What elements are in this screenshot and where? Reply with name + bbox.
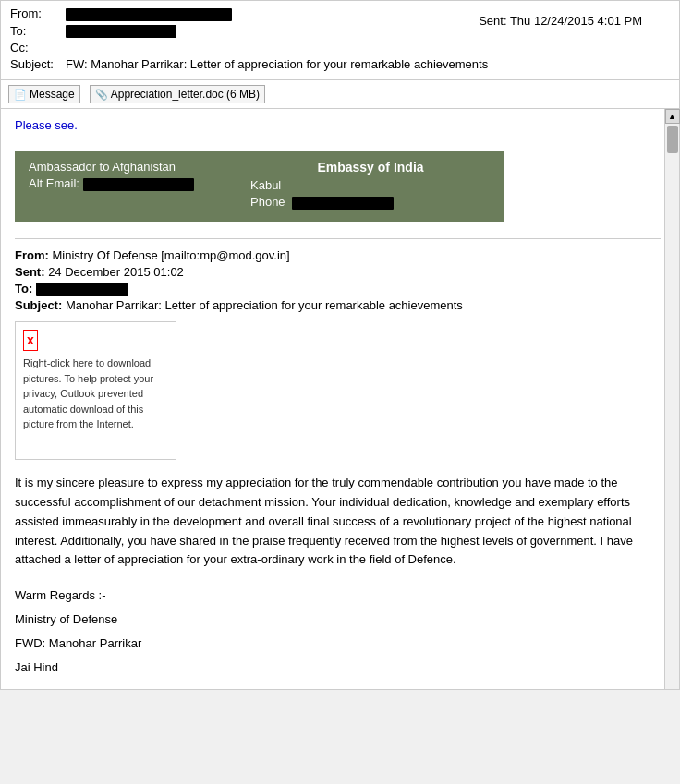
- from-redacted: [66, 8, 232, 21]
- phone-redacted: [292, 197, 394, 210]
- fw-to-label: To:: [15, 282, 32, 296]
- scroll-thumb[interactable]: [667, 126, 678, 153]
- fw-sent-label: Sent:: [15, 265, 45, 279]
- warm-regards: Warm Regards :-: [15, 584, 661, 608]
- fw-subject-row: Subject: Manohar Parrikar: Letter of app…: [15, 298, 661, 312]
- blocked-image-icon: x: [23, 330, 38, 351]
- ambassador-title: Ambassador to Afghanistan: [29, 160, 232, 174]
- forwarded-header: From: Ministry Of Defense [mailto:mp@mod…: [15, 248, 661, 313]
- cc-row: Cc:: [10, 41, 670, 54]
- attachment-bar: 📄 Message 📎 Appreciation_letter.doc (6 M…: [1, 80, 679, 109]
- fw-subject-value: Manohar Parrikar: Letter of appreciation…: [66, 298, 463, 312]
- cc-label: Cc:: [10, 41, 66, 54]
- from-row: From: Sent: Thu 12/24/2015 4:01 PM: [10, 6, 670, 21]
- phone-label: Phone: [250, 195, 285, 209]
- to-label: To:: [10, 24, 66, 38]
- sent-value: Sent: Thu 12/24/2015 4:01 PM: [479, 14, 642, 28]
- ministry-name: Ministry of Defense: [15, 608, 661, 632]
- scrollbar[interactable]: ▲: [664, 109, 679, 689]
- picture-notice-text: Right-click here to download pictures. T…: [23, 356, 168, 432]
- attachment-icon: 📎: [95, 89, 108, 101]
- scroll-up-button[interactable]: ▲: [665, 109, 680, 124]
- main-body-text: It is my sincere pleasure to express my …: [15, 474, 661, 570]
- fw-from-label: From:: [15, 248, 49, 262]
- from-label: From:: [10, 6, 66, 20]
- message-tab-label: Message: [30, 88, 75, 101]
- sent-label: Sent:: [479, 14, 506, 28]
- embassy-right: Embassy of India Kabul Phone: [250, 160, 491, 212]
- alt-email-row: Alt Email:: [29, 176, 232, 191]
- fw-from-value: Ministry Of Defense [mailto:mp@mod.gov.i…: [52, 248, 289, 262]
- divider-1: [15, 238, 661, 239]
- sent-time: Thu 12/24/2015 4:01 PM: [510, 14, 642, 28]
- fwd-name: FWD: Manohar Parrikar: [15, 632, 661, 656]
- embassy-title: Embassy of India: [250, 160, 491, 175]
- to-redacted: [66, 25, 176, 38]
- embassy-left: Ambassador to Afghanistan Alt Email:: [29, 160, 232, 212]
- fw-sent-row: Sent: 24 December 2015 01:02: [15, 265, 661, 279]
- attachment-filename: Appreciation_letter.doc (6 MB): [111, 88, 260, 101]
- subject-label: Subject:: [10, 57, 66, 71]
- email-header: From: Sent: Thu 12/24/2015 4:01 PM To: C…: [1, 1, 679, 80]
- jai-hind: Jai Hind: [15, 656, 661, 680]
- embassy-card: Ambassador to Afghanistan Alt Email: Emb…: [15, 151, 504, 222]
- subject-value: FW: Manohar Parrikar: Letter of apprecia…: [66, 57, 670, 71]
- alt-email-redacted: [83, 178, 194, 191]
- fw-to-redacted: [36, 283, 128, 296]
- subject-row: Subject: FW: Manohar Parrikar: Letter of…: [10, 57, 670, 71]
- picture-placeholder: x Right-click here to download pictures.…: [15, 321, 176, 460]
- fw-sent-value: 24 December 2015 01:02: [48, 265, 184, 279]
- fw-from-row: From: Ministry Of Defense [mailto:mp@mod…: [15, 248, 661, 262]
- embassy-location: Kabul: [250, 178, 491, 192]
- message-icon: 📄: [14, 89, 27, 101]
- email-body-wrapper: Please see. Ambassador to Afghanistan Al…: [1, 109, 679, 689]
- phone-row: Phone: [250, 195, 491, 210]
- email-container: From: Sent: Thu 12/24/2015 4:01 PM To: C…: [0, 0, 680, 690]
- regards-block: Warm Regards :- Ministry of Defense FWD:…: [15, 584, 661, 680]
- alt-email-label: Alt Email:: [29, 176, 79, 190]
- header-top: From: Sent: Thu 12/24/2015 4:01 PM To: C…: [10, 6, 670, 71]
- email-body: Please see. Ambassador to Afghanistan Al…: [1, 109, 679, 689]
- attachment-item[interactable]: 📎 Appreciation_letter.doc (6 MB): [90, 85, 265, 103]
- please-see-text: Please see.: [15, 118, 661, 132]
- message-tab[interactable]: 📄 Message: [8, 85, 80, 103]
- fw-to-row: To:: [15, 282, 661, 296]
- fw-subject-label: Subject:: [15, 298, 62, 312]
